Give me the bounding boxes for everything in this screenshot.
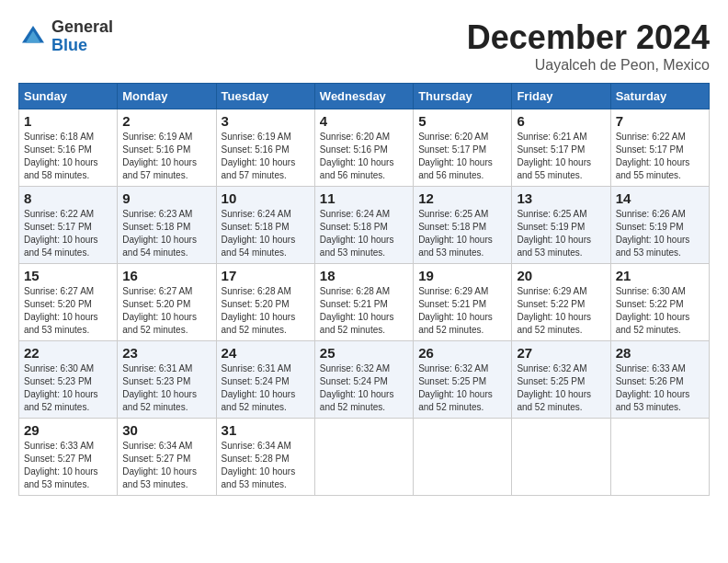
- calendar-week-row: 29Sunrise: 6:33 AM Sunset: 5:27 PM Dayli…: [19, 419, 710, 496]
- day-header-wednesday: Wednesday: [314, 84, 413, 109]
- calendar-cell: 11Sunrise: 6:24 AM Sunset: 5:18 PM Dayli…: [314, 187, 413, 264]
- day-number: 4: [320, 113, 408, 129]
- day-info: Sunrise: 6:26 AM Sunset: 5:19 PM Dayligh…: [616, 208, 704, 259]
- day-info: Sunrise: 6:22 AM Sunset: 5:17 PM Dayligh…: [24, 208, 112, 259]
- calendar-week-row: 22Sunrise: 6:30 AM Sunset: 5:23 PM Dayli…: [19, 341, 710, 419]
- day-info: Sunrise: 6:21 AM Sunset: 5:17 PM Dayligh…: [517, 131, 605, 182]
- day-number: 2: [122, 113, 210, 129]
- logo: General Blue: [18, 18, 113, 55]
- day-info: Sunrise: 6:19 AM Sunset: 5:16 PM Dayligh…: [222, 131, 310, 182]
- day-number: 12: [418, 190, 506, 206]
- day-number: 28: [616, 345, 704, 361]
- day-header-thursday: Thursday: [414, 84, 512, 109]
- day-number: 26: [418, 345, 506, 361]
- calendar-cell: 3Sunrise: 6:19 AM Sunset: 5:16 PM Daylig…: [216, 109, 314, 187]
- day-info: Sunrise: 6:25 AM Sunset: 5:19 PM Dayligh…: [517, 208, 605, 259]
- calendar-cell: 1Sunrise: 6:18 AM Sunset: 5:16 PM Daylig…: [19, 109, 118, 187]
- day-number: 15: [24, 268, 112, 283]
- day-number: 16: [122, 268, 210, 283]
- calendar-week-row: 15Sunrise: 6:27 AM Sunset: 5:20 PM Dayli…: [19, 264, 710, 341]
- calendar-cell: [414, 419, 512, 496]
- calendar-cell: 2Sunrise: 6:19 AM Sunset: 5:16 PM Daylig…: [118, 109, 216, 187]
- calendar-header-row: SundayMondayTuesdayWednesdayThursdayFrid…: [19, 84, 710, 109]
- calendar-week-row: 1Sunrise: 6:18 AM Sunset: 5:16 PM Daylig…: [19, 109, 710, 187]
- calendar-cell: 9Sunrise: 6:23 AM Sunset: 5:18 PM Daylig…: [118, 187, 216, 264]
- calendar-cell: [610, 419, 709, 496]
- day-info: Sunrise: 6:22 AM Sunset: 5:17 PM Dayligh…: [616, 131, 704, 182]
- calendar-cell: 22Sunrise: 6:30 AM Sunset: 5:23 PM Dayli…: [19, 341, 118, 419]
- day-number: 20: [517, 268, 605, 283]
- day-info: Sunrise: 6:19 AM Sunset: 5:16 PM Dayligh…: [122, 131, 210, 182]
- calendar-cell: 14Sunrise: 6:26 AM Sunset: 5:19 PM Dayli…: [610, 187, 709, 264]
- day-info: Sunrise: 6:31 AM Sunset: 5:23 PM Dayligh…: [122, 362, 210, 414]
- day-info: Sunrise: 6:30 AM Sunset: 5:23 PM Dayligh…: [24, 362, 112, 414]
- calendar-cell: 6Sunrise: 6:21 AM Sunset: 5:17 PM Daylig…: [512, 109, 610, 187]
- logo-icon: [18, 22, 48, 52]
- calendar-table: SundayMondayTuesdayWednesdayThursdayFrid…: [18, 83, 710, 496]
- title-block: December 2024 Uayalceh de Peon, Mexico: [467, 18, 710, 74]
- logo-general-text: General: [51, 17, 113, 36]
- calendar-cell: 30Sunrise: 6:34 AM Sunset: 5:27 PM Dayli…: [118, 419, 216, 496]
- day-info: Sunrise: 6:32 AM Sunset: 5:24 PM Dayligh…: [320, 362, 408, 414]
- day-header-friday: Friday: [512, 84, 610, 109]
- day-number: 14: [616, 190, 704, 206]
- calendar-cell: 23Sunrise: 6:31 AM Sunset: 5:23 PM Dayli…: [118, 341, 216, 419]
- day-number: 27: [517, 345, 605, 361]
- day-info: Sunrise: 6:32 AM Sunset: 5:25 PM Dayligh…: [517, 362, 605, 414]
- day-number: 1: [24, 113, 112, 129]
- logo-blue-text: Blue: [51, 36, 87, 54]
- day-number: 5: [418, 113, 506, 129]
- day-info: Sunrise: 6:29 AM Sunset: 5:22 PM Dayligh…: [517, 285, 605, 337]
- day-number: 3: [222, 113, 310, 129]
- day-info: Sunrise: 6:28 AM Sunset: 5:20 PM Dayligh…: [222, 285, 310, 337]
- calendar-cell: 21Sunrise: 6:30 AM Sunset: 5:22 PM Dayli…: [610, 264, 709, 341]
- day-info: Sunrise: 6:27 AM Sunset: 5:20 PM Dayligh…: [24, 285, 112, 337]
- calendar-cell: 12Sunrise: 6:25 AM Sunset: 5:18 PM Dayli…: [414, 187, 512, 264]
- day-number: 25: [320, 345, 408, 361]
- calendar-cell: 19Sunrise: 6:29 AM Sunset: 5:21 PM Dayli…: [414, 264, 512, 341]
- day-number: 30: [122, 422, 210, 438]
- calendar-week-row: 8Sunrise: 6:22 AM Sunset: 5:17 PM Daylig…: [19, 187, 710, 264]
- day-number: 31: [222, 422, 310, 438]
- day-number: 6: [517, 113, 605, 129]
- day-number: 11: [320, 190, 408, 206]
- location-text: Uayalceh de Peon, Mexico: [467, 57, 710, 74]
- day-number: 17: [222, 268, 310, 283]
- day-number: 29: [24, 422, 112, 438]
- calendar-cell: 13Sunrise: 6:25 AM Sunset: 5:19 PM Dayli…: [512, 187, 610, 264]
- day-number: 19: [418, 268, 506, 283]
- day-info: Sunrise: 6:20 AM Sunset: 5:17 PM Dayligh…: [418, 131, 506, 182]
- day-info: Sunrise: 6:18 AM Sunset: 5:16 PM Dayligh…: [24, 131, 112, 182]
- month-title: December 2024: [467, 18, 710, 57]
- calendar-cell: 7Sunrise: 6:22 AM Sunset: 5:17 PM Daylig…: [610, 109, 709, 187]
- calendar-cell: 4Sunrise: 6:20 AM Sunset: 5:16 PM Daylig…: [314, 109, 413, 187]
- day-info: Sunrise: 6:31 AM Sunset: 5:24 PM Dayligh…: [222, 362, 310, 414]
- day-number: 21: [616, 268, 704, 283]
- day-number: 7: [616, 113, 704, 129]
- calendar-cell: 29Sunrise: 6:33 AM Sunset: 5:27 PM Dayli…: [19, 419, 118, 496]
- day-number: 22: [24, 345, 112, 361]
- calendar-cell: 15Sunrise: 6:27 AM Sunset: 5:20 PM Dayli…: [19, 264, 118, 341]
- day-info: Sunrise: 6:34 AM Sunset: 5:28 PM Dayligh…: [222, 440, 310, 491]
- day-number: 10: [222, 190, 310, 206]
- day-info: Sunrise: 6:32 AM Sunset: 5:25 PM Dayligh…: [418, 362, 506, 414]
- calendar-cell: 31Sunrise: 6:34 AM Sunset: 5:28 PM Dayli…: [216, 419, 314, 496]
- day-number: 8: [24, 190, 112, 206]
- day-info: Sunrise: 6:34 AM Sunset: 5:27 PM Dayligh…: [122, 440, 210, 491]
- day-header-tuesday: Tuesday: [216, 84, 314, 109]
- calendar-cell: 26Sunrise: 6:32 AM Sunset: 5:25 PM Dayli…: [414, 341, 512, 419]
- calendar-cell: 18Sunrise: 6:28 AM Sunset: 5:21 PM Dayli…: [314, 264, 413, 341]
- day-info: Sunrise: 6:33 AM Sunset: 5:26 PM Dayligh…: [616, 362, 704, 414]
- calendar-cell: 27Sunrise: 6:32 AM Sunset: 5:25 PM Dayli…: [512, 341, 610, 419]
- day-header-sunday: Sunday: [19, 84, 118, 109]
- day-info: Sunrise: 6:28 AM Sunset: 5:21 PM Dayligh…: [320, 285, 408, 337]
- day-info: Sunrise: 6:20 AM Sunset: 5:16 PM Dayligh…: [320, 131, 408, 182]
- day-info: Sunrise: 6:27 AM Sunset: 5:20 PM Dayligh…: [122, 285, 210, 337]
- calendar-cell: 25Sunrise: 6:32 AM Sunset: 5:24 PM Dayli…: [314, 341, 413, 419]
- day-info: Sunrise: 6:23 AM Sunset: 5:18 PM Dayligh…: [122, 208, 210, 259]
- day-number: 23: [122, 345, 210, 361]
- calendar-cell: 8Sunrise: 6:22 AM Sunset: 5:17 PM Daylig…: [19, 187, 118, 264]
- calendar-cell: 24Sunrise: 6:31 AM Sunset: 5:24 PM Dayli…: [216, 341, 314, 419]
- calendar-cell: [314, 419, 413, 496]
- day-info: Sunrise: 6:24 AM Sunset: 5:18 PM Dayligh…: [222, 208, 310, 259]
